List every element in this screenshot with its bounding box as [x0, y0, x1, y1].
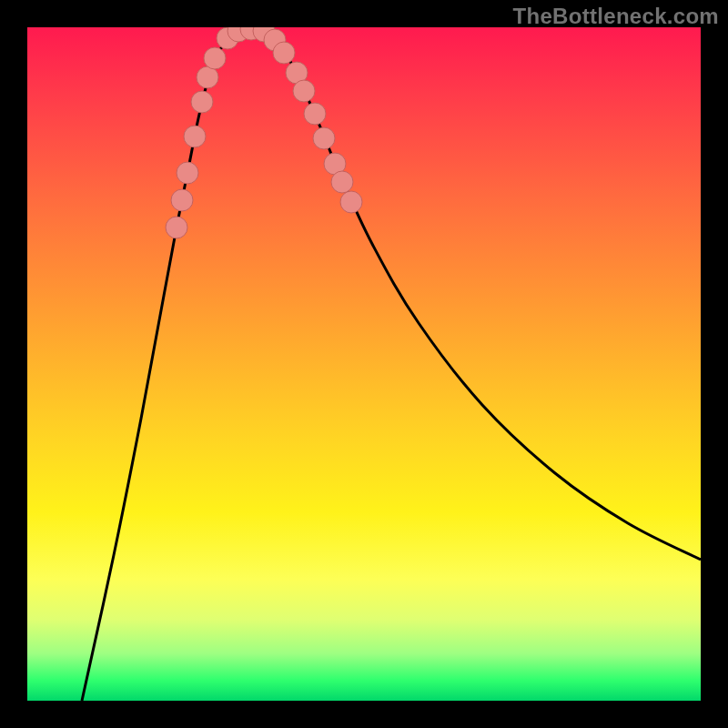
data-marker: [177, 162, 198, 184]
watermark-label: TheBottleneck.com: [513, 4, 719, 29]
data-markers: [166, 27, 362, 238]
bottleneck-curve: [82, 28, 701, 701]
chart-plot-area: [27, 27, 701, 701]
data-marker: [304, 103, 326, 125]
data-marker: [273, 42, 295, 64]
data-marker: [204, 47, 226, 69]
data-marker: [197, 66, 218, 88]
chart-svg: [27, 27, 701, 701]
data-marker: [340, 191, 362, 213]
data-marker: [166, 217, 187, 238]
data-marker: [191, 91, 213, 113]
data-marker: [184, 126, 206, 147]
data-marker: [171, 189, 193, 211]
data-marker: [293, 80, 315, 102]
data-marker: [313, 127, 335, 149]
data-marker: [331, 171, 353, 193]
